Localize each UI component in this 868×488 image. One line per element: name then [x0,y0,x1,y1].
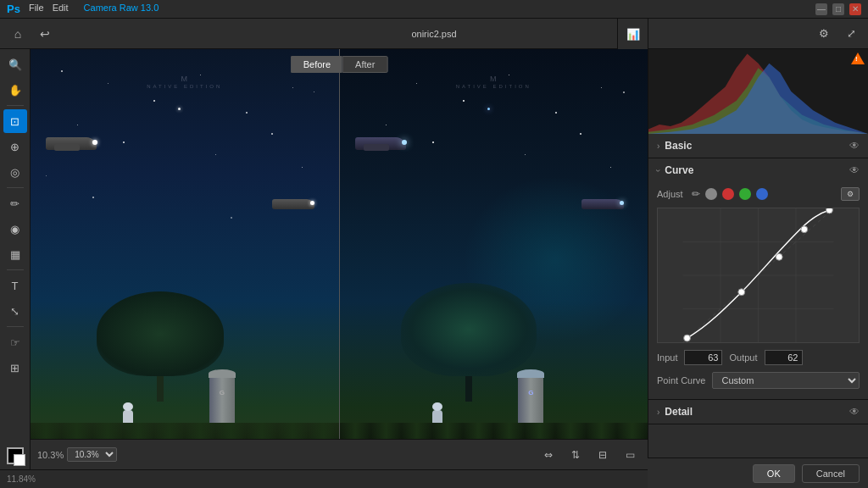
zoom-tool[interactable]: 🔍 [3,53,27,76]
side-by-side-icon[interactable]: ⊟ [592,444,614,466]
app-icon: Ps [7,3,20,15]
radial-tool[interactable]: ◉ [3,217,27,241]
curve-eye-icon[interactable]: 👁 [849,164,860,176]
curve-pencil-icon[interactable]: ✏ [692,188,700,200]
input-label: Input [657,352,677,363]
curve-rgb-channel[interactable] [705,188,717,200]
histogram-chart [648,49,868,134]
foreground-color[interactable] [7,447,24,464]
transform-tool[interactable]: ⤡ [3,299,27,323]
spacecraft-1-before [46,133,114,154]
menu-file[interactable]: File [29,3,44,15]
background-color[interactable] [14,454,25,466]
home-button[interactable]: ⌂ [7,23,29,45]
maximize-button[interactable]: □ [832,3,844,15]
detail-eye-icon[interactable]: 👁 [849,406,860,418]
tree-before [97,291,224,402]
menu-bar: Ps File Edit Camera Raw 13.0 [7,3,159,15]
before-image: M NATIVE EDITION [31,49,339,469]
stars-before [31,49,339,469]
before-button[interactable]: Before [291,56,342,73]
curve-svg [658,208,859,342]
status-bar: 11.84% [0,469,648,488]
left-sidebar: 🔍 ✋ ⊡ ⊕ ◎ ✏ ◉ ▦ T ⤡ ☞ ⊞ [0,49,31,469]
spot-heal-tool[interactable]: ⊕ [3,135,27,158]
minimize-button[interactable]: — [815,3,827,15]
separator-1 [7,105,24,106]
stars-after [340,49,648,469]
zoom-value: 10.3% [37,450,64,460]
zoom-dropdown[interactable]: 10.3% 25% 50% 100% [67,447,117,462]
detail-chevron: › [657,408,659,417]
close-button[interactable]: ✕ [849,3,861,15]
zoom-control: 10.3% 10.3% 25% 50% 100% [37,447,117,462]
crop-tool[interactable]: ⊡ [3,109,27,133]
io-row: Input Output [657,350,860,365]
menu-edit[interactable]: Edit [53,3,69,15]
split-icon[interactable]: ⇅ [565,444,587,466]
basic-panel-header[interactable]: › Basic 👁 [648,134,868,158]
watermark-before: M NATIVE EDITION [147,75,222,89]
output-value[interactable] [765,350,803,365]
curve-panel-header[interactable]: › Curve 👁 [648,158,868,182]
curve-auto-button[interactable]: ⚙ [841,187,860,201]
curve-green-channel[interactable] [739,188,751,200]
tank-after: G [518,376,543,423]
main-area: Before After [31,49,648,469]
right-settings-icon[interactable]: ⚙ [812,22,836,46]
histogram-icon[interactable]: 📊 [621,22,645,46]
hand-tool[interactable]: ✋ [3,78,27,102]
ok-button[interactable]: OK [753,464,795,483]
text-tool[interactable]: T [3,274,27,297]
point-curve-label: Point Curve [657,375,705,385]
title-bar: Ps File Edit Camera Raw 13.0 — □ ✕ [0,0,868,19]
detail-panel-title: Detail [665,406,849,418]
hand-scroll-tool[interactable]: ☞ [3,330,27,354]
curve-graph[interactable] [657,208,860,343]
before-after-toggle: Before After [291,56,388,73]
adjust-row: Adjust ✏ ⚙ [657,187,860,201]
basic-panel-title: Basic [665,140,849,152]
file-title: oniric2.psd [411,29,456,39]
compare-icon[interactable]: ⇔ [537,444,559,466]
curve-section-content: Adjust ✏ ⚙ [648,182,868,399]
gradient-tool[interactable]: ▦ [3,242,27,266]
right-expand-icon[interactable]: ⤢ [839,22,863,46]
spacecraft-1-after [355,133,423,154]
detail-panel-header[interactable]: › Detail 👁 [648,400,868,424]
warning-triangle[interactable] [851,53,865,64]
red-eye-tool[interactable]: ◎ [3,160,27,184]
after-button[interactable]: After [342,56,387,73]
magnify-tool[interactable]: ⊞ [3,356,27,380]
adjust-label: Adjust [657,189,683,199]
histogram-area [648,49,868,134]
status-zoom: 11.84% [7,474,36,484]
right-content: › Basic 👁 › Curve 👁 Adjust ✏ [648,134,868,488]
after-image: M NATIVE EDITION [340,49,648,469]
separator-3 [7,269,24,270]
curve-panel-section: › Curve 👁 Adjust ✏ ⚙ [648,158,868,400]
basic-panel-section: › Basic 👁 [648,134,868,158]
cancel-button[interactable]: Cancel [802,464,860,483]
curve-point-4 [801,226,808,233]
separator-4 [7,326,24,327]
images-container: M NATIVE EDITION [31,49,648,469]
back-button[interactable]: ↩ [34,23,56,45]
layout-icon[interactable]: ▭ [619,444,641,466]
input-value[interactable] [684,350,722,365]
detail-panel-section: › Detail 👁 [648,400,868,424]
point-curve-select[interactable]: Custom Linear Medium Contrast Strong Con… [712,372,860,389]
curve-point-2 [738,289,745,296]
tree-after [401,283,537,402]
basic-eye-icon[interactable]: 👁 [849,140,860,152]
bottom-buttons: OK Cancel [648,458,868,488]
watermark-after: M NATIVE EDITION [456,75,531,89]
brush-tool[interactable]: ✏ [3,191,27,215]
bottom-right-tools: ⇔ ⇅ ⊟ ▭ [537,444,641,466]
basic-chevron: › [657,141,659,151]
spacecraft-2-after [581,197,632,212]
curve-blue-channel[interactable] [756,188,768,200]
curve-point-5 [826,208,832,214]
curve-red-channel[interactable] [722,188,734,200]
spacecraft-2-before [272,197,323,212]
